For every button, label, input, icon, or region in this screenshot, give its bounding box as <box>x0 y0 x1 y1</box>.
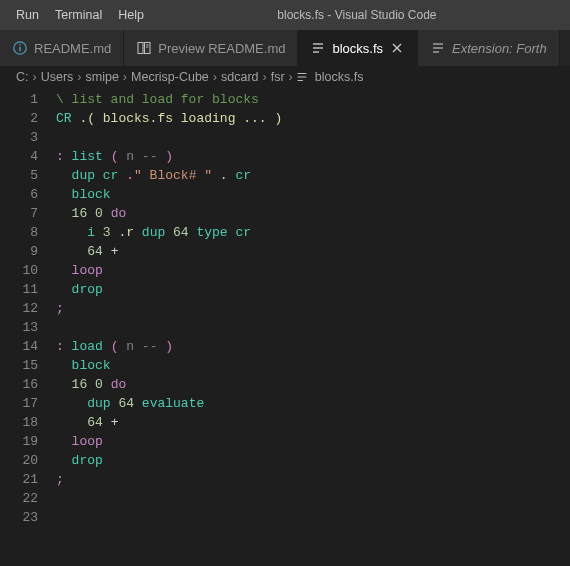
line-number: 7 <box>0 204 38 223</box>
line-number: 13 <box>0 318 38 337</box>
tab-label: blocks.fs <box>332 41 383 56</box>
info-icon <box>12 40 28 56</box>
editor[interactable]: 1234567891011121314151617181920212223 \ … <box>0 88 570 566</box>
svg-rect-2 <box>19 44 20 45</box>
chevron-right-icon: › <box>33 70 37 84</box>
tab-preview-readme[interactable]: Preview README.md <box>124 30 298 66</box>
crumb[interactable]: fsr <box>269 70 287 84</box>
svg-rect-3 <box>138 43 143 54</box>
menu-help[interactable]: Help <box>110 4 152 26</box>
crumb[interactable]: Mecrisp-Cube <box>129 70 211 84</box>
tab-label: Extension: Forth <box>452 41 547 56</box>
line-number: 8 <box>0 223 38 242</box>
tab-blocks-fs[interactable]: blocks.fs <box>298 30 418 66</box>
line-number: 14 <box>0 337 38 356</box>
code-line[interactable]: drop <box>56 451 282 470</box>
file-lines-icon <box>295 70 309 84</box>
code-line[interactable]: ; <box>56 470 282 489</box>
crumb[interactable]: sdcard <box>219 70 261 84</box>
menu-terminal[interactable]: Terminal <box>47 4 110 26</box>
chevron-right-icon: › <box>77 70 81 84</box>
line-number: 3 <box>0 128 38 147</box>
line-number: 11 <box>0 280 38 299</box>
line-number: 17 <box>0 394 38 413</box>
menu-run[interactable]: Run <box>8 4 47 26</box>
tabs-bar: README.md Preview README.md blocks.fs Ex… <box>0 30 570 66</box>
chevron-right-icon: › <box>123 70 127 84</box>
line-number: 1 <box>0 90 38 109</box>
code-line[interactable]: \ list and load for blocks <box>56 90 282 109</box>
crumb[interactable]: blocks.fs <box>313 70 366 84</box>
line-number: 22 <box>0 489 38 508</box>
code-line[interactable]: 16 0 do <box>56 375 282 394</box>
line-number: 21 <box>0 470 38 489</box>
line-number: 4 <box>0 147 38 166</box>
line-number: 18 <box>0 413 38 432</box>
line-number: 20 <box>0 451 38 470</box>
line-number: 19 <box>0 432 38 451</box>
line-number: 5 <box>0 166 38 185</box>
line-number: 9 <box>0 242 38 261</box>
code-line[interactable]: i 3 .r dup 64 type cr <box>56 223 282 242</box>
code-line[interactable]: 16 0 do <box>56 204 282 223</box>
close-icon[interactable] <box>389 40 405 56</box>
window-title: blocks.fs - Visual Studio Code <box>152 8 562 22</box>
line-number: 6 <box>0 185 38 204</box>
code-line[interactable]: loop <box>56 432 282 451</box>
code-line[interactable]: dup cr ." Block# " . cr <box>56 166 282 185</box>
line-number: 10 <box>0 261 38 280</box>
line-number: 12 <box>0 299 38 318</box>
code-line[interactable] <box>56 318 282 337</box>
code-line[interactable]: block <box>56 356 282 375</box>
code-content[interactable]: \ list and load for blocksCR .( blocks.f… <box>56 88 282 566</box>
title-bar: Run Terminal Help blocks.fs - Visual Stu… <box>0 0 570 30</box>
code-line[interactable]: : load ( n -- ) <box>56 337 282 356</box>
code-line[interactable]: block <box>56 185 282 204</box>
line-number: 15 <box>0 356 38 375</box>
code-line[interactable] <box>56 508 282 527</box>
crumb[interactable]: C: <box>14 70 31 84</box>
tab-readme[interactable]: README.md <box>0 30 124 66</box>
tab-label: Preview README.md <box>158 41 285 56</box>
preview-icon <box>136 40 152 56</box>
line-number: 2 <box>0 109 38 128</box>
svg-rect-4 <box>145 43 151 54</box>
line-number: 23 <box>0 508 38 527</box>
chevron-right-icon: › <box>263 70 267 84</box>
code-line[interactable] <box>56 489 282 508</box>
line-number-gutter: 1234567891011121314151617181920212223 <box>0 88 56 566</box>
code-line[interactable]: ; <box>56 299 282 318</box>
code-line[interactable]: 64 + <box>56 242 282 261</box>
file-lines-icon <box>430 40 446 56</box>
svg-rect-1 <box>19 47 20 52</box>
code-line[interactable]: 64 + <box>56 413 282 432</box>
code-line[interactable]: loop <box>56 261 282 280</box>
crumb[interactable]: smipe <box>84 70 121 84</box>
tab-label: README.md <box>34 41 111 56</box>
breadcrumbs: C: › Users › smipe › Mecrisp-Cube › sdca… <box>0 66 570 88</box>
code-line[interactable]: dup 64 evaluate <box>56 394 282 413</box>
code-line[interactable]: : list ( n -- ) <box>56 147 282 166</box>
crumb[interactable]: Users <box>39 70 76 84</box>
tab-extension-forth[interactable]: Extension: Forth <box>418 30 560 66</box>
code-line[interactable] <box>56 128 282 147</box>
code-line[interactable]: drop <box>56 280 282 299</box>
code-line[interactable]: CR .( blocks.fs loading ... ) <box>56 109 282 128</box>
file-lines-icon <box>310 40 326 56</box>
chevron-right-icon: › <box>289 70 293 84</box>
chevron-right-icon: › <box>213 70 217 84</box>
line-number: 16 <box>0 375 38 394</box>
